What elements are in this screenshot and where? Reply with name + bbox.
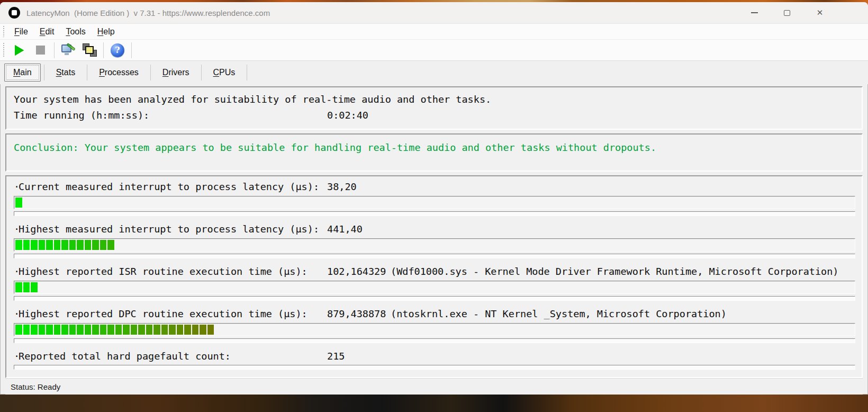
time-running-value: 0:02:40 xyxy=(327,110,368,121)
metric-label: ·Current measured interrupt to process l… xyxy=(14,181,327,193)
menu-help[interactable]: Help xyxy=(92,25,121,39)
metric-label-row: ·Highest measured interrupt to process l… xyxy=(14,223,855,236)
meter-segment xyxy=(69,325,76,335)
metric-label-row: ·Highest reported DPC routine execution … xyxy=(14,308,855,320)
desktop-wallpaper-bottom xyxy=(0,395,868,412)
meter-segment xyxy=(123,325,130,335)
metric-row: ·Highest reported ISR routine execution … xyxy=(14,265,855,301)
meter-segment xyxy=(15,240,22,250)
tab-cpus[interactable]: CPUs xyxy=(205,64,244,81)
toolbar-separator xyxy=(131,42,132,58)
menu-tools[interactable]: Tools xyxy=(60,25,91,39)
time-running-row: Time running (h:mm:ss):0:02:40 xyxy=(14,108,855,123)
latency-meter-bar xyxy=(14,196,855,209)
main-content: Your system has been analyzed for suitab… xyxy=(0,84,868,395)
tab-bar: MainStatsProcessesDriversCPUs xyxy=(0,61,868,84)
app-icon xyxy=(8,7,20,19)
meter-segment xyxy=(77,325,84,335)
toolbar-separator xyxy=(54,42,55,58)
meter-segment xyxy=(54,325,61,335)
meter-segment xyxy=(31,282,38,292)
bullet-icon: · xyxy=(14,308,19,320)
menubar-grip[interactable] xyxy=(3,26,5,37)
maximize-button[interactable] xyxy=(771,2,803,24)
tab-separator xyxy=(247,65,247,80)
tab-main[interactable]: Main xyxy=(4,64,41,82)
latency-meter-bar xyxy=(14,238,855,252)
tab-separator xyxy=(87,65,87,80)
help-button[interactable]: ? xyxy=(107,41,128,60)
start-monitoring-button[interactable] xyxy=(8,41,30,60)
metric-value: 879,438878 xyxy=(327,308,391,320)
empty-meter-track xyxy=(14,365,855,370)
meter-segment xyxy=(131,325,138,335)
metric-value: 102,164329 xyxy=(327,265,391,278)
meter-segment xyxy=(23,282,30,292)
options-button[interactable] xyxy=(58,41,79,60)
meter-segment xyxy=(54,240,61,250)
tab-stats[interactable]: Stats xyxy=(48,64,84,81)
close-button[interactable]: ✕ xyxy=(803,2,836,24)
metric-label-row: ·Reported total hard pagefault count:215 xyxy=(14,350,855,363)
metric-row: ·Highest reported DPC routine execution … xyxy=(14,308,855,343)
meter-segment xyxy=(85,240,92,250)
meter-segment xyxy=(15,282,22,292)
metric-label-row: ·Highest reported ISR routine execution … xyxy=(14,265,855,278)
metric-row: ·Reported total hard pagefault count:215 xyxy=(14,350,855,370)
meter-segment xyxy=(146,325,153,335)
metric-detail: (ntoskrnl.exe - NT Kernel _System, Micro… xyxy=(391,308,727,319)
menu-edit[interactable]: Edit xyxy=(34,25,60,39)
bullet-icon: · xyxy=(14,223,19,236)
bullet-icon: · xyxy=(14,181,19,193)
toolbar-separator xyxy=(103,42,104,58)
meter-segment xyxy=(161,325,168,335)
minimize-icon xyxy=(751,12,758,13)
latencymon-window: LatencyMon (Home Edition ) v 7.31 - http… xyxy=(0,2,868,395)
close-icon: ✕ xyxy=(817,8,824,17)
stop-icon xyxy=(36,46,45,55)
meter-segment xyxy=(200,325,206,335)
analysis-panel: Your system has been analyzed for suitab… xyxy=(5,86,863,130)
report-windows-button[interactable] xyxy=(79,41,100,60)
empty-meter-track xyxy=(14,211,855,216)
meter-segment xyxy=(107,240,114,250)
meter-segment xyxy=(31,240,38,250)
meter-segment xyxy=(15,325,22,335)
time-running-label: Time running (h:mm:ss): xyxy=(14,108,327,123)
meter-segment xyxy=(77,240,84,250)
minimize-button[interactable] xyxy=(738,2,771,24)
window-title: LatencyMon (Home Edition ) v 7.31 - http… xyxy=(26,8,270,17)
meter-segment xyxy=(61,325,68,335)
meter-segment xyxy=(138,325,145,335)
meter-segment xyxy=(46,240,53,250)
meter-segment xyxy=(92,240,99,250)
latency-meter-bar xyxy=(14,323,855,336)
toolbar-grip[interactable] xyxy=(3,43,5,57)
metric-value: 215 xyxy=(327,350,391,363)
metric-row: ·Highest measured interrupt to process l… xyxy=(14,223,855,258)
meter-segment xyxy=(69,240,76,250)
tab-drivers[interactable]: Drivers xyxy=(154,64,198,81)
metric-label: ·Highest reported ISR routine execution … xyxy=(14,265,327,278)
tab-separator xyxy=(150,65,151,80)
menu-bar: FileEditToolsHelp xyxy=(0,24,868,40)
meter-segment xyxy=(177,325,184,335)
monitor-edit-icon xyxy=(61,44,75,57)
help-icon: ? xyxy=(111,43,124,57)
meter-segment xyxy=(85,325,92,335)
empty-meter-track xyxy=(14,296,855,301)
tab-separator xyxy=(201,65,202,80)
meter-segment xyxy=(107,325,114,335)
latency-meter-bar xyxy=(14,281,855,294)
title-bar: LatencyMon (Home Edition ) v 7.31 - http… xyxy=(0,2,868,24)
meter-segment xyxy=(153,325,160,335)
meter-segment xyxy=(192,325,199,335)
metric-label: ·Highest reported DPC routine execution … xyxy=(14,308,327,320)
bullet-icon: · xyxy=(14,350,19,363)
menu-file[interactable]: File xyxy=(8,25,34,39)
empty-meter-track xyxy=(14,254,855,258)
tab-processes[interactable]: Processes xyxy=(91,64,147,81)
conclusion-panel: Conclusion: Your system appears to be su… xyxy=(5,133,863,172)
window-controls: ✕ xyxy=(738,2,836,24)
stop-monitoring-button[interactable] xyxy=(30,41,51,60)
